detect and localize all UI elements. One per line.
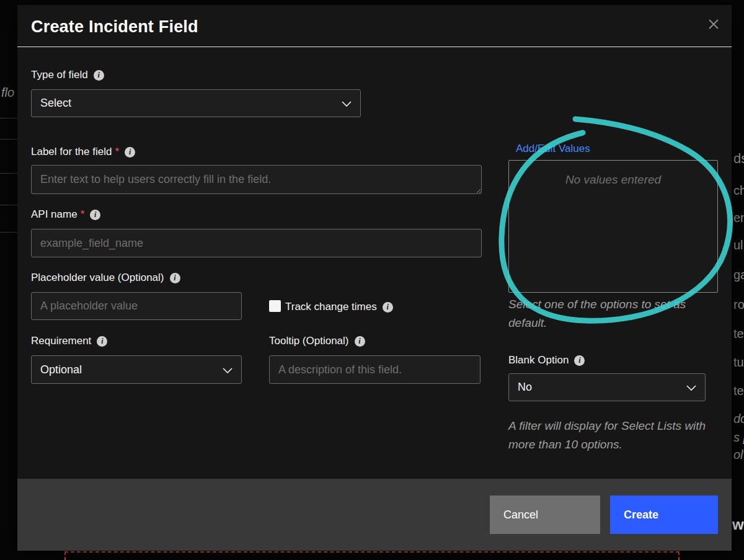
bg-dashed-outline [64,551,680,560]
modal-title: Create Incident Field [31,17,198,37]
track-change-times-checkbox[interactable] [269,300,281,312]
track-change-times-label: Track change times i [285,301,393,313]
cancel-button[interactable]: Cancel [490,496,600,534]
label-for-field-label: Label for the field * i [31,146,135,158]
label-text: API name [31,208,78,221]
select-value: Select [40,97,71,110]
bg-divider [0,205,17,205]
blank-option-select[interactable]: No [508,373,706,401]
bg-text-fragment: ds [733,151,744,167]
bg-text-fragment: te [733,384,744,398]
bg-divider [0,139,17,140]
bg-text-fragment: tu [733,355,744,370]
label-text: Requirement [31,335,91,347]
page: flo ds ch en ul ga ro te tu te do s p ol… [0,0,744,560]
select-value: No [518,381,532,394]
required-asterisk: * [81,208,85,221]
no-values-text: No values entered [565,173,661,186]
label-text: Track change times [285,301,377,313]
type-of-field-select[interactable]: Select [31,89,361,117]
chevron-down-icon [223,363,232,376]
info-icon: i [125,147,135,158]
chevron-down-icon [342,97,352,110]
api-name-input[interactable] [31,229,482,257]
info-icon: i [90,210,100,220]
info-icon: i [383,302,393,313]
label-text: Type of field [31,69,88,81]
type-of-field-label: Type of field i [31,69,104,81]
bg-text-fragment: ga [733,268,744,282]
placeholder-value-input[interactable] [31,292,242,320]
bg-divider [0,118,17,118]
bg-text-fragment: te [733,327,744,341]
requirement-label: Requirement i [31,335,107,347]
info-icon: i [574,355,585,366]
values-list-box: No values entered [508,160,718,293]
info-icon: i [355,336,365,347]
api-name-label: API name * i [31,208,100,221]
bg-text-fragment: en [733,211,744,225]
label-text: Label for the field [31,146,112,158]
bg-divider [0,232,17,233]
info-icon: i [97,336,107,347]
bg-text-fragment: s p [733,430,744,445]
blank-option-label: Blank Option i [508,354,585,367]
required-asterisk: * [115,146,119,158]
label-text: Tooltip (Optional) [269,335,349,347]
title-divider [17,47,732,47]
create-button[interactable]: Create [610,496,718,534]
label-for-field-input[interactable] [31,165,482,194]
add-edit-values-link[interactable]: Add/Edit Values [516,143,590,155]
tooltip-input[interactable] [269,355,480,384]
select-value: Optional [40,363,82,376]
bg-text-fragment: ch [733,184,744,198]
bg-text-fragment: ul [733,238,743,252]
info-icon: i [170,273,180,283]
bg-divider [0,173,17,174]
bg-text-fragment: olv [733,448,744,462]
values-helper-text: Select one of the options to set as defa… [508,295,715,332]
create-incident-field-modal: Create Incident Field Type of field i Se… [17,5,732,551]
bg-text-fragment: flo [1,86,14,100]
info-icon: i [94,70,104,81]
placeholder-value-label: Placeholder value (Optional) i [31,272,180,284]
bg-text-fragment: ws [732,516,744,533]
close-icon[interactable] [707,17,720,31]
blank-option-helper-text: A filter will display for Select Lists w… [508,417,719,454]
chevron-down-icon [686,381,696,394]
label-text: Placeholder value (Optional) [31,272,164,284]
requirement-select[interactable]: Optional [31,355,242,384]
modal-footer: Cancel Create [17,479,732,551]
bg-text-fragment: ro [733,298,744,312]
tooltip-label: Tooltip (Optional) i [269,335,365,347]
label-text: Blank Option [508,354,569,367]
bg-text-fragment: do [733,412,744,426]
